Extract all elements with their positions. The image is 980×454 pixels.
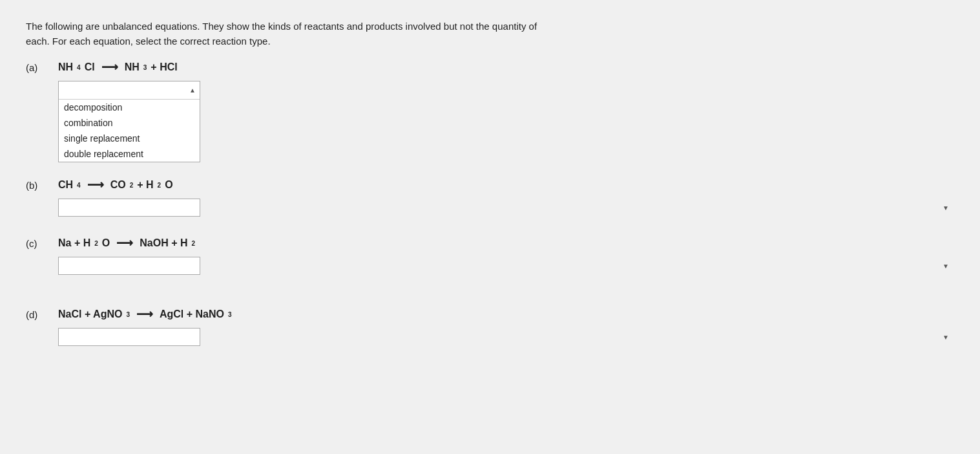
equation-b: CH4 ⟶ CO2 + H2O [58,178,173,192]
label-b: (b) [26,180,58,191]
dropdown-d-wrapper: decomposition combination single replace… [58,328,954,346]
intro-line1: The following are unbalanced equations. … [26,21,537,32]
dropdown-c-wrapper: decomposition combination single replace… [58,257,954,275]
intro-line2: each. For each equation, select the corr… [26,36,271,47]
equation-line-d: (d) NaCl + AgNO3 ⟶ AgCl + NaNO3 [26,307,954,321]
page-container: The following are unbalanced equations. … [26,19,954,346]
option-single-replacement-a[interactable]: single replacement [59,131,200,146]
dropdown-d[interactable]: decomposition combination single replace… [58,328,200,346]
dropdown-a-header: ▲ [59,81,200,100]
option-decomposition-a[interactable]: decomposition [59,100,200,115]
option-double-replacement-a[interactable]: double replacement [59,146,200,162]
chevron-down-icon-c: ▼ [943,263,949,270]
dropdown-b[interactable]: decomposition combination single replace… [58,199,200,217]
dropdown-b-wrapper: decomposition combination single replace… [58,199,954,217]
dropdown-a-box: ▲ decomposition combination single repla… [58,81,200,162]
equation-c: Na + H2O ⟶ NaOH + H2 [58,236,195,250]
intro-text: The following are unbalanced equations. … [26,19,930,49]
question-a: (a) NH4Cl ⟶ NH3 + HCl ▲ decomposition co… [26,60,954,162]
chevron-down-icon-b: ▼ [943,204,949,211]
option-combination-a[interactable]: combination [59,115,200,131]
dropdown-a-open: ▲ decomposition combination single repla… [58,81,954,162]
up-arrow-icon: ▲ [189,87,196,94]
chevron-down-icon-d: ▼ [943,334,949,341]
question-b: (b) CH4 ⟶ CO2 + H2O decomposition combin… [26,178,954,217]
equation-line-c: (c) Na + H2O ⟶ NaOH + H2 [26,236,954,250]
equation-line-a: (a) NH4Cl ⟶ NH3 + HCl [26,60,954,74]
equation-line-b: (b) CH4 ⟶ CO2 + H2O [26,178,954,192]
label-a: (a) [26,62,58,73]
label-d: (d) [26,309,58,320]
dropdown-c[interactable]: decomposition combination single replace… [58,257,200,275]
equation-d: NaCl + AgNO3 ⟶ AgCl + NaNO3 [58,307,232,321]
label-c: (c) [26,238,58,249]
question-d: (d) NaCl + AgNO3 ⟶ AgCl + NaNO3 decompos… [26,307,954,346]
question-c: (c) Na + H2O ⟶ NaOH + H2 decomposition c… [26,236,954,275]
equation-a: NH4Cl ⟶ NH3 + HCl [58,60,178,74]
